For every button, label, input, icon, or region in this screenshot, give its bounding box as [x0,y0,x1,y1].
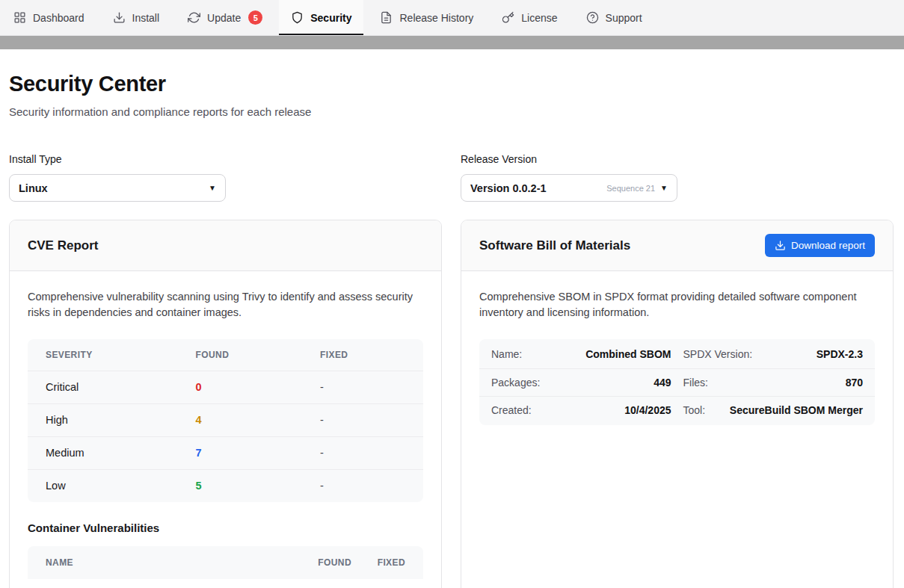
sbom-detail-name: Name: Combined SBOM [491,348,671,360]
nav-item-label: License [521,12,557,24]
table-row-medium: Medium 7 - [28,436,423,469]
found-count: 7 [196,447,320,459]
detail-value: SecureBuild SBOM Merger [730,404,863,416]
found-count: 5 [196,480,320,492]
severity-table-header: SEVERITY FOUND FIXED [28,339,423,371]
sbom-card: Software Bill of Materials Download repo… [461,220,894,588]
page-title: Security Center [9,72,894,96]
detail-label: Created: [491,404,532,416]
nav-item-update[interactable]: Update 5 [176,0,274,35]
page-subtitle: Security information and compliance repo… [9,105,894,118]
release-version-label: Release Version [461,153,894,165]
sbom-title: Software Bill of Materials [479,238,630,253]
detail-value: 870 [846,377,863,389]
download-icon [775,240,786,251]
detail-label: Tool: [683,404,706,416]
column-header-found: FOUND [196,350,320,360]
install-type-select[interactable]: Linux ▼ [9,174,226,202]
sbom-details-row: Name: Combined SBOM SPDX Version: SPDX-2… [479,341,875,368]
main-content: Security Center Security information and… [0,72,904,588]
fixed-count: - [320,480,405,492]
release-version-select[interactable]: Version 0.0.2-1 Sequence 21 ▼ [461,174,677,202]
chevron-down-icon: ▼ [660,185,668,192]
sbom-detail-spdx-version: SPDX Version: SPDX-2.3 [683,348,864,360]
severity-label: High [46,414,196,426]
cve-report-title: CVE Report [28,238,98,253]
download-icon [113,11,126,24]
filters-row: Install Type Linux ▼ Release Version Ver… [9,153,894,202]
download-report-button[interactable]: Download report [765,234,875,257]
sbom-header: Software Bill of Materials Download repo… [461,220,893,271]
column-header-name: NAME [46,557,292,568]
sbom-body: Comprehensive SBOM in SPDX format provid… [461,271,893,443]
chevron-down-icon: ▼ [209,185,216,192]
grid-icon [13,11,26,24]
nav-item-label: Security [310,12,351,24]
sequence-label: Sequence 21 [606,184,655,193]
detail-value: 10/4/2025 [624,404,671,416]
cards-row: CVE Report Comprehensive vulnerability s… [9,220,894,588]
container-vulnerabilities-title: Container Vulnerabilities [28,522,423,534]
install-type-filter: Install Type Linux ▼ [9,153,442,202]
column-header-fixed: FIXED [320,350,405,360]
fixed-count: - [320,447,405,459]
detail-label: Files: [683,377,708,389]
table-row-critical: Critical 0 - [28,371,423,403]
nav-item-label: Dashboard [33,12,84,24]
column-header-severity: SEVERITY [46,350,196,360]
detail-label: Name: [491,348,522,360]
cve-report-header: CVE Report [10,220,441,271]
sbom-detail-packages: Packages: 449 [491,377,671,389]
cve-report-card: CVE Report Comprehensive vulnerability s… [9,220,442,588]
install-type-value: Linux [19,182,209,194]
column-header-found: FOUND [292,557,351,568]
sbom-details-row: Created: 10/4/2025 Tool: SecureBuild SBO… [479,396,875,424]
sbom-description: Comprehensive SBOM in SPDX format provid… [479,289,875,321]
cve-report-body: Comprehensive vulnerability scanning usi… [10,271,441,588]
release-version-value: Version 0.0.2-1 [470,182,606,194]
found-count: 4 [196,414,320,426]
release-version-filter: Release Version Version 0.0.2-1 Sequence… [461,153,894,202]
detail-label: Packages: [491,377,540,389]
found-count: 0 [196,381,320,393]
install-type-label: Install Type [9,153,442,165]
severity-label: Low [46,480,196,492]
sbom-details: Name: Combined SBOM SPDX Version: SPDX-2… [479,339,875,425]
nav-item-security[interactable]: Security [279,0,363,35]
fixed-count: - [320,414,405,426]
severity-table: SEVERITY FOUND FIXED Critical 0 - High 4… [28,339,423,502]
sbom-detail-created: Created: 10/4/2025 [491,404,671,416]
help-circle-icon [586,11,599,24]
top-navigation: Dashboard Install Update 5 Security Rele… [0,0,904,36]
nav-item-install[interactable]: Install [101,0,172,35]
column-header-fixed: FIXED [351,557,405,568]
key-icon [502,11,514,24]
detail-value: Combined SBOM [585,348,671,360]
detail-value: 449 [654,377,671,389]
severity-label: Medium [46,447,196,459]
sbom-detail-files: Files: 870 [683,377,864,389]
detail-value: SPDX-2.3 [817,348,863,360]
cve-report-description: Comprehensive vulnerability scanning usi… [28,289,423,321]
refresh-icon [188,11,200,24]
nav-item-support[interactable]: Support [574,0,654,35]
file-text-icon [380,11,393,24]
table-row-low: Low 5 - [28,469,423,502]
nav-item-label: Release History [399,12,473,24]
sbom-details-row: Packages: 449 Files: 870 [479,368,875,396]
detail-label: SPDX Version: [683,348,753,360]
nav-item-label: Support [606,12,642,24]
table-row-high: High 4 - [28,403,423,436]
nav-item-release-history[interactable]: Release History [368,0,485,35]
container-vulnerabilities-table-header: NAME FOUND FIXED [28,546,423,579]
fixed-count: - [320,381,405,393]
nav-item-dashboard[interactable]: Dashboard [1,0,96,35]
download-report-label: Download report [791,240,865,251]
nav-item-license[interactable]: License [490,0,569,35]
shield-icon [291,11,304,24]
scroll-divider [0,36,904,49]
nav-item-label: Update [207,12,241,24]
severity-label: Critical [46,381,196,393]
update-count-badge: 5 [248,10,262,25]
sbom-detail-tool: Tool: SecureBuild SBOM Merger [683,404,864,416]
